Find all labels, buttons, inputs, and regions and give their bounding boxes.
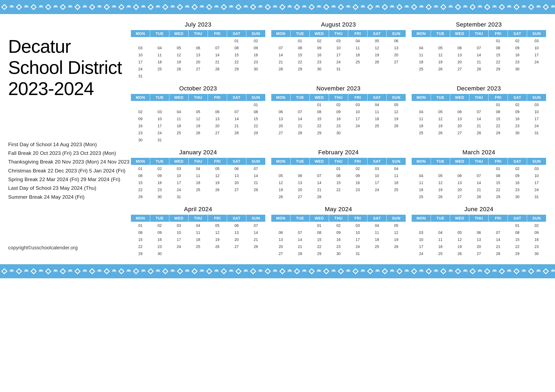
- day-cell: 11: [169, 115, 189, 122]
- day-cell: 21: [227, 122, 246, 129]
- day-cell: 29: [489, 193, 508, 200]
- day-cell: 24: [131, 66, 150, 73]
- day-cell: 17: [150, 122, 169, 129]
- day-cell: 25: [412, 129, 431, 136]
- day-cell: 02: [348, 165, 367, 172]
- day-cell: 01: [310, 222, 329, 229]
- day-cell: 26: [208, 243, 227, 250]
- day-cell: 19: [450, 243, 469, 250]
- day-cell: 10: [131, 51, 150, 58]
- day-cell: 20: [227, 179, 246, 186]
- day-cell: 01: [489, 37, 508, 45]
- day-cell: 25: [412, 66, 431, 73]
- day-cell: 27: [450, 66, 469, 73]
- day-header: SAT: [227, 215, 246, 222]
- month-title: December 2023: [411, 85, 546, 92]
- day-cell: 21: [271, 58, 291, 66]
- day-cell: 19: [431, 186, 450, 193]
- day-cell: 08: [489, 44, 508, 51]
- day-cell: 06: [271, 229, 291, 236]
- day-header: SUN: [527, 215, 546, 222]
- day-cell: 00: [431, 101, 450, 109]
- info-line: Thanksgiving Break 20 Nov 2023 (Mon) 24 …: [8, 158, 127, 166]
- day-header: SAT: [508, 94, 527, 101]
- day-cell: 00: [387, 129, 406, 136]
- day-cell: 07: [291, 108, 310, 115]
- month-title: April 2024: [131, 206, 266, 213]
- day-cell: 23: [310, 58, 329, 66]
- month-table: MONTUEWEDTHUFRISATSUN0000000000010203040…: [131, 30, 266, 80]
- day-cell: 30: [150, 250, 169, 257]
- day-header: TUE: [431, 158, 450, 165]
- day-cell: 22: [489, 186, 508, 193]
- day-header: SUN: [246, 215, 266, 222]
- day-cell: 15: [489, 115, 508, 122]
- day-cell: 00: [169, 136, 189, 143]
- day-cell: 30: [527, 250, 546, 257]
- day-cell: 02: [527, 222, 546, 229]
- month-calendar: January 2024MONTUEWEDTHUFRISATSUN0102030…: [130, 147, 266, 202]
- day-cell: 00: [150, 37, 169, 45]
- day-cell: 00: [131, 101, 150, 109]
- day-header: THU: [189, 215, 208, 222]
- day-cell: 01: [310, 101, 329, 109]
- day-cell: 21: [246, 236, 266, 243]
- day-cell: 27: [469, 250, 489, 257]
- day-cell: 00: [412, 165, 431, 172]
- day-header: MON: [271, 158, 291, 165]
- day-cell: 15: [131, 179, 150, 186]
- day-cell: 00: [208, 37, 227, 45]
- info-line: Last Day of School 23 May 2024 (Thu): [8, 184, 127, 192]
- day-cell: 23: [246, 58, 266, 66]
- day-header: THU: [329, 215, 348, 222]
- day-cell: 00: [469, 101, 489, 109]
- day-cell: 03: [527, 37, 546, 45]
- day-cell: 24: [169, 186, 189, 193]
- day-cell: 05: [208, 165, 227, 172]
- copyright: copyright©usschoolcalender.org: [8, 245, 127, 251]
- day-cell: 15: [489, 179, 508, 186]
- day-cell: 15: [227, 51, 246, 58]
- day-cell: 07: [271, 44, 291, 51]
- day-cell: 00: [348, 193, 367, 200]
- day-header: FRI: [489, 94, 508, 101]
- day-cell: 31: [169, 193, 189, 200]
- month-calendar: September 2023MONTUEWEDTHUFRISATSUN00000…: [411, 19, 547, 81]
- day-cell: 27: [208, 129, 227, 136]
- day-cell: 11: [412, 179, 431, 186]
- day-cell: 04: [150, 44, 169, 51]
- day-cell: 12: [271, 179, 291, 186]
- day-cell: 01: [227, 37, 246, 45]
- day-header: MON: [271, 30, 291, 37]
- day-cell: 01: [329, 165, 348, 172]
- day-cell: 11: [189, 229, 208, 236]
- day-header: MON: [271, 215, 291, 222]
- day-cell: 21: [291, 243, 310, 250]
- day-cell: 04: [412, 44, 431, 51]
- day-cell: 12: [387, 229, 406, 236]
- day-cell: 00: [189, 101, 208, 109]
- day-cell: 02: [508, 37, 527, 45]
- day-cell: 22: [131, 186, 150, 193]
- day-cell: 22: [246, 122, 266, 129]
- day-cell: 15: [131, 236, 150, 243]
- day-cell: 06: [450, 44, 469, 51]
- day-cell: 23: [150, 243, 169, 250]
- day-cell: 06: [208, 108, 227, 115]
- day-cell: 16: [246, 51, 266, 58]
- day-header: WED: [450, 94, 469, 101]
- day-cell: 04: [367, 222, 387, 229]
- day-cell: 16: [527, 236, 546, 243]
- day-cell: 07: [310, 172, 329, 179]
- day-cell: 16: [508, 115, 527, 122]
- day-cell: 27: [271, 250, 291, 257]
- day-header: SUN: [387, 158, 406, 165]
- day-header: SUN: [527, 158, 546, 165]
- day-cell: 21: [469, 186, 489, 193]
- day-header: WED: [169, 215, 189, 222]
- day-header: WED: [169, 94, 189, 101]
- day-cell: 05: [271, 172, 291, 179]
- day-cell: 26: [387, 122, 406, 129]
- day-cell: 21: [291, 122, 310, 129]
- day-cell: 21: [310, 186, 329, 193]
